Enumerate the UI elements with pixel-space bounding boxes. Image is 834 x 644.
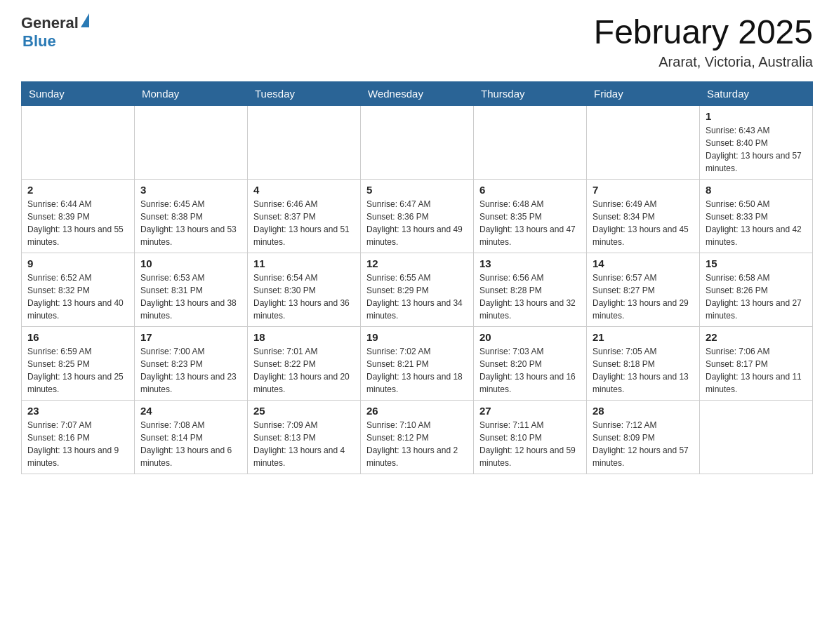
day-number: 16	[27, 331, 128, 343]
calendar-cell: 11Sunrise: 6:54 AM Sunset: 8:30 PM Dayli…	[248, 253, 361, 326]
calendar-cell: 21Sunrise: 7:05 AM Sunset: 8:18 PM Dayli…	[587, 326, 700, 400]
day-number: 10	[140, 257, 241, 269]
calendar-cell	[587, 105, 700, 179]
calendar-cell: 16Sunrise: 6:59 AM Sunset: 8:25 PM Dayli…	[22, 326, 135, 400]
location: Ararat, Victoria, Australia	[594, 54, 813, 70]
logo-triangle-icon	[81, 13, 89, 27]
day-number: 27	[479, 405, 581, 417]
day-number: 9	[27, 257, 128, 269]
calendar-cell	[700, 400, 813, 474]
calendar-cell	[474, 105, 587, 179]
weekday-header-monday: Monday	[135, 81, 248, 105]
calendar-cell: 19Sunrise: 7:02 AM Sunset: 8:21 PM Dayli…	[361, 326, 474, 400]
calendar-cell	[22, 105, 135, 179]
calendar-cell: 6Sunrise: 6:48 AM Sunset: 8:35 PM Daylig…	[474, 179, 587, 253]
calendar-cell	[361, 105, 474, 179]
day-number: 20	[479, 331, 581, 343]
day-info: Sunrise: 6:57 AM Sunset: 8:27 PM Dayligh…	[593, 271, 694, 322]
logo-blue-text: Blue	[22, 32, 56, 50]
day-number: 23	[27, 405, 128, 417]
day-number: 1	[706, 110, 807, 122]
week-row-2: 9Sunrise: 6:52 AM Sunset: 8:32 PM Daylig…	[22, 253, 813, 326]
calendar-cell: 13Sunrise: 6:56 AM Sunset: 8:28 PM Dayli…	[474, 253, 587, 326]
calendar-cell: 18Sunrise: 7:01 AM Sunset: 8:22 PM Dayli…	[248, 326, 361, 400]
day-info: Sunrise: 7:01 AM Sunset: 8:22 PM Dayligh…	[253, 345, 355, 396]
weekday-header-row: SundayMondayTuesdayWednesdayThursdayFrid…	[22, 81, 813, 105]
day-info: Sunrise: 6:47 AM Sunset: 8:36 PM Dayligh…	[366, 198, 468, 248]
day-info: Sunrise: 6:50 AM Sunset: 8:33 PM Dayligh…	[706, 198, 807, 248]
calendar-cell: 20Sunrise: 7:03 AM Sunset: 8:20 PM Dayli…	[474, 326, 587, 400]
calendar-cell: 1Sunrise: 6:43 AM Sunset: 8:40 PM Daylig…	[700, 105, 813, 179]
day-number: 6	[479, 184, 581, 196]
day-number: 26	[366, 405, 468, 417]
calendar-cell: 22Sunrise: 7:06 AM Sunset: 8:17 PM Dayli…	[700, 326, 813, 400]
weekday-header-saturday: Saturday	[700, 81, 813, 105]
day-info: Sunrise: 7:08 AM Sunset: 8:14 PM Dayligh…	[140, 419, 241, 469]
day-info: Sunrise: 7:09 AM Sunset: 8:13 PM Dayligh…	[253, 419, 355, 469]
calendar-cell: 7Sunrise: 6:49 AM Sunset: 8:34 PM Daylig…	[587, 179, 700, 253]
calendar-cell: 23Sunrise: 7:07 AM Sunset: 8:16 PM Dayli…	[22, 400, 135, 474]
weekday-header-wednesday: Wednesday	[361, 81, 474, 105]
calendar-cell: 26Sunrise: 7:10 AM Sunset: 8:12 PM Dayli…	[361, 400, 474, 474]
day-number: 19	[366, 331, 468, 343]
day-number: 12	[366, 257, 468, 269]
calendar-cell: 8Sunrise: 6:50 AM Sunset: 8:33 PM Daylig…	[700, 179, 813, 253]
day-info: Sunrise: 6:56 AM Sunset: 8:28 PM Dayligh…	[479, 271, 581, 322]
calendar-cell: 25Sunrise: 7:09 AM Sunset: 8:13 PM Dayli…	[248, 400, 361, 474]
calendar-cell: 10Sunrise: 6:53 AM Sunset: 8:31 PM Dayli…	[135, 253, 248, 326]
day-info: Sunrise: 6:53 AM Sunset: 8:31 PM Dayligh…	[140, 271, 241, 322]
day-info: Sunrise: 6:44 AM Sunset: 8:39 PM Dayligh…	[27, 198, 128, 248]
day-info: Sunrise: 6:49 AM Sunset: 8:34 PM Dayligh…	[593, 198, 694, 248]
day-number: 4	[253, 184, 355, 196]
weekday-header-sunday: Sunday	[22, 81, 135, 105]
day-number: 28	[593, 405, 694, 417]
calendar-cell: 15Sunrise: 6:58 AM Sunset: 8:26 PM Dayli…	[700, 253, 813, 326]
calendar-cell: 28Sunrise: 7:12 AM Sunset: 8:09 PM Dayli…	[587, 400, 700, 474]
calendar-table: SundayMondayTuesdayWednesdayThursdayFrid…	[21, 81, 813, 474]
day-number: 24	[140, 405, 241, 417]
day-info: Sunrise: 6:55 AM Sunset: 8:29 PM Dayligh…	[366, 271, 468, 322]
day-info: Sunrise: 7:06 AM Sunset: 8:17 PM Dayligh…	[706, 345, 807, 396]
day-number: 21	[593, 331, 694, 343]
calendar-cell: 17Sunrise: 7:00 AM Sunset: 8:23 PM Dayli…	[135, 326, 248, 400]
week-row-1: 2Sunrise: 6:44 AM Sunset: 8:39 PM Daylig…	[22, 179, 813, 253]
day-info: Sunrise: 7:02 AM Sunset: 8:21 PM Dayligh…	[366, 345, 468, 396]
logo-general-text: General	[21, 14, 79, 32]
day-info: Sunrise: 7:00 AM Sunset: 8:23 PM Dayligh…	[140, 345, 241, 396]
day-info: Sunrise: 6:59 AM Sunset: 8:25 PM Dayligh…	[27, 345, 128, 396]
day-number: 22	[706, 331, 807, 343]
weekday-header-thursday: Thursday	[474, 81, 587, 105]
day-number: 11	[253, 257, 355, 269]
day-info: Sunrise: 7:05 AM Sunset: 8:18 PM Dayligh…	[593, 345, 694, 396]
weekday-header-friday: Friday	[587, 81, 700, 105]
calendar-cell: 27Sunrise: 7:11 AM Sunset: 8:10 PM Dayli…	[474, 400, 587, 474]
day-info: Sunrise: 7:10 AM Sunset: 8:12 PM Dayligh…	[366, 419, 468, 469]
weekday-header-tuesday: Tuesday	[248, 81, 361, 105]
day-info: Sunrise: 6:54 AM Sunset: 8:30 PM Dayligh…	[253, 271, 355, 322]
day-number: 13	[479, 257, 581, 269]
day-number: 5	[366, 184, 468, 196]
calendar-cell: 4Sunrise: 6:46 AM Sunset: 8:37 PM Daylig…	[248, 179, 361, 253]
day-info: Sunrise: 7:12 AM Sunset: 8:09 PM Dayligh…	[593, 419, 694, 469]
day-info: Sunrise: 6:46 AM Sunset: 8:37 PM Dayligh…	[253, 198, 355, 248]
calendar-cell: 3Sunrise: 6:45 AM Sunset: 8:38 PM Daylig…	[135, 179, 248, 253]
calendar-cell	[135, 105, 248, 179]
day-info: Sunrise: 6:52 AM Sunset: 8:32 PM Dayligh…	[27, 271, 128, 322]
day-number: 7	[593, 184, 694, 196]
day-info: Sunrise: 7:03 AM Sunset: 8:20 PM Dayligh…	[479, 345, 581, 396]
day-number: 15	[706, 257, 807, 269]
day-info: Sunrise: 7:11 AM Sunset: 8:10 PM Dayligh…	[479, 419, 581, 469]
logo: General Blue	[21, 14, 89, 51]
week-row-0: 1Sunrise: 6:43 AM Sunset: 8:40 PM Daylig…	[22, 105, 813, 179]
day-info: Sunrise: 6:45 AM Sunset: 8:38 PM Dayligh…	[140, 198, 241, 248]
calendar-cell: 2Sunrise: 6:44 AM Sunset: 8:39 PM Daylig…	[22, 179, 135, 253]
day-info: Sunrise: 7:07 AM Sunset: 8:16 PM Dayligh…	[27, 419, 128, 469]
calendar-cell: 12Sunrise: 6:55 AM Sunset: 8:29 PM Dayli…	[361, 253, 474, 326]
day-info: Sunrise: 6:48 AM Sunset: 8:35 PM Dayligh…	[479, 198, 581, 248]
day-number: 8	[706, 184, 807, 196]
day-info: Sunrise: 6:43 AM Sunset: 8:40 PM Dayligh…	[706, 124, 807, 175]
day-number: 25	[253, 405, 355, 417]
calendar-cell: 14Sunrise: 6:57 AM Sunset: 8:27 PM Dayli…	[587, 253, 700, 326]
day-number: 18	[253, 331, 355, 343]
day-number: 17	[140, 331, 241, 343]
